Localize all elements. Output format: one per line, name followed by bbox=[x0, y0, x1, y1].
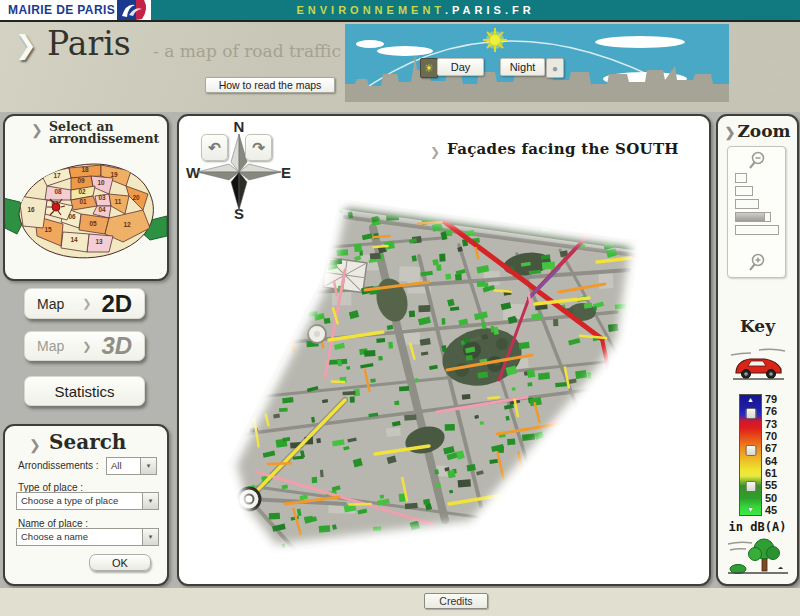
svg-text:17: 17 bbox=[53, 172, 61, 179]
arrondissement-map[interactable]: 0102030405060708091011121314151617181920 bbox=[3, 146, 167, 278]
svg-text:11: 11 bbox=[115, 198, 122, 205]
credits-button[interactable]: Credits bbox=[424, 593, 488, 609]
map-panel: N S W E ↶ ↷ ❯ Façades facing the SOUTH bbox=[177, 114, 711, 586]
zoom-level-6[interactable] bbox=[735, 225, 779, 235]
svg-text:10: 10 bbox=[97, 179, 105, 186]
mairie-label: MAIRIE DE PARIS bbox=[8, 3, 115, 17]
compass-north-label: N bbox=[234, 118, 245, 135]
zoom-out-icon[interactable] bbox=[747, 150, 767, 170]
page-title: Paris bbox=[47, 24, 131, 63]
chevron-icon: ❯ bbox=[430, 145, 440, 159]
name-of-place-select[interactable]: Choose a name ▾ bbox=[16, 528, 159, 546]
unit-label: in dB(A) bbox=[718, 520, 797, 534]
scale-value: 64 bbox=[765, 456, 777, 467]
search-panel: ❯ Search Arrondissements : All ▾ Type of… bbox=[3, 424, 169, 586]
ok-button[interactable]: OK bbox=[89, 554, 151, 571]
select-arrondissement-panel: ❯ Select an arrondissement bbox=[3, 114, 169, 281]
mairie-logo-icon bbox=[115, 0, 149, 20]
zoom-level-3[interactable] bbox=[735, 199, 759, 209]
top-bar: MAIRIE DE PARIS ENVIRONNEMENT.PARIS.FR bbox=[0, 0, 800, 22]
arrondissements-label: Arrondissements : bbox=[18, 460, 99, 471]
chevron-icon: ❯ bbox=[15, 30, 37, 61]
chevron-down-icon: ▾ bbox=[140, 458, 156, 474]
svg-text:01: 01 bbox=[79, 198, 87, 205]
map-title: Façades facing the SOUTH bbox=[447, 140, 679, 158]
zoom-control bbox=[727, 146, 786, 278]
chevron-icon: ❯ bbox=[29, 437, 41, 453]
day-button[interactable]: Day bbox=[437, 58, 484, 76]
scale-value: 61 bbox=[765, 468, 777, 479]
svg-text:05: 05 bbox=[89, 220, 97, 227]
mairie-de-paris-logo[interactable]: MAIRIE DE PARIS bbox=[0, 0, 151, 20]
select-arrondissement-title: Select an arrondissement bbox=[49, 121, 159, 145]
site-title: ENVIRONNEMENT.PARIS.FR bbox=[151, 0, 800, 20]
svg-text:02: 02 bbox=[78, 188, 86, 195]
chevron-icon: ❯ bbox=[725, 125, 736, 140]
car-icon bbox=[729, 346, 787, 384]
rotate-counterclockwise-button[interactable]: ↶ bbox=[201, 134, 228, 161]
scale-handle-76[interactable] bbox=[745, 408, 756, 419]
header: ❯ Paris - a map of road traffic noise Ho… bbox=[0, 22, 800, 112]
scale-values: 79767370676461555045 bbox=[765, 394, 777, 516]
svg-text:15: 15 bbox=[44, 226, 52, 233]
scale-value: 76 bbox=[765, 406, 777, 417]
chevron-down-icon: ▾ bbox=[142, 493, 158, 509]
svg-text:06: 06 bbox=[68, 213, 76, 220]
noise-map[interactable] bbox=[197, 172, 707, 582]
svg-text:18: 18 bbox=[81, 166, 89, 173]
sun-graphic bbox=[483, 28, 507, 52]
map-2d-button[interactable]: Map ❯ 2D bbox=[24, 288, 145, 319]
map-3d-button[interactable]: Map ❯ 3D bbox=[24, 331, 145, 361]
search-title: Search bbox=[49, 430, 126, 454]
night-button[interactable]: Night bbox=[500, 58, 545, 76]
app: MAIRIE DE PARIS ENVIRONNEMENT.PARIS.FR ❯… bbox=[0, 0, 800, 616]
zoom-level-2[interactable] bbox=[735, 186, 753, 196]
svg-text:20: 20 bbox=[132, 194, 140, 201]
scale-down-arrow[interactable]: ▼ bbox=[747, 506, 754, 513]
zoom-level-4-selected[interactable] bbox=[735, 212, 765, 222]
svg-text:12: 12 bbox=[123, 221, 131, 228]
svg-text:19: 19 bbox=[110, 171, 118, 178]
sun-icon: ☀ bbox=[420, 58, 438, 78]
scale-value: 73 bbox=[765, 419, 777, 430]
svg-text:04: 04 bbox=[98, 206, 106, 213]
svg-text:09: 09 bbox=[77, 177, 85, 184]
noise-scale-gradient: ▲ ▼ bbox=[739, 394, 762, 516]
svg-text:13: 13 bbox=[95, 238, 103, 245]
footer: Credits bbox=[0, 588, 800, 616]
zoom-in-icon[interactable] bbox=[747, 252, 767, 272]
rotate-clockwise-button[interactable]: ↷ bbox=[245, 134, 272, 161]
zoom-level-bars bbox=[735, 173, 779, 238]
scale-value: 50 bbox=[765, 493, 777, 504]
language-link[interactable]: [ Español ] bbox=[753, 81, 795, 94]
zoom-title: ❯Zoom bbox=[718, 121, 797, 141]
scale-value: 45 bbox=[765, 505, 777, 516]
chevron-icon: ❯ bbox=[82, 340, 91, 353]
chevron-icon: ❯ bbox=[82, 297, 91, 310]
statistics-button[interactable]: Statistics bbox=[24, 376, 145, 406]
chevron-icon: ❯ bbox=[31, 122, 43, 138]
noise-scale: ▲ ▼ 79767370676461555045 bbox=[739, 394, 777, 516]
sky-graphic: ☀ Day Night ● bbox=[345, 24, 729, 102]
site-title-secondary: .PARIS.FR bbox=[445, 4, 535, 16]
scale-up-arrow[interactable]: ▲ bbox=[747, 396, 754, 403]
scale-value: 67 bbox=[765, 443, 777, 454]
scale-handle-55[interactable] bbox=[745, 481, 756, 492]
scale-value: 79 bbox=[765, 394, 777, 405]
scale-value: 70 bbox=[765, 431, 777, 442]
svg-text:14: 14 bbox=[70, 236, 78, 243]
type-of-place-select[interactable]: Choose a type of place ▾ bbox=[16, 492, 159, 510]
site-title-primary: ENVIRONNEMENT bbox=[296, 4, 445, 16]
scale-value: 55 bbox=[765, 480, 777, 491]
language-link[interactable]: [ English ] bbox=[753, 68, 795, 81]
how-to-read-maps-button[interactable]: How to read the maps bbox=[205, 77, 335, 93]
chevron-down-icon: ▾ bbox=[142, 529, 158, 545]
scale-handle-67[interactable] bbox=[745, 445, 756, 456]
zoom-level-1[interactable] bbox=[735, 173, 747, 183]
svg-text:03: 03 bbox=[98, 194, 106, 201]
arrondissements-select[interactable]: All ▾ bbox=[106, 457, 157, 475]
language-link[interactable]: [ Français ] bbox=[753, 55, 795, 68]
svg-text:08: 08 bbox=[54, 188, 62, 195]
language-links: [ Français ][ English ][ Español ] bbox=[753, 55, 795, 94]
right-panel: ❯Zoom Key bbox=[716, 114, 799, 586]
